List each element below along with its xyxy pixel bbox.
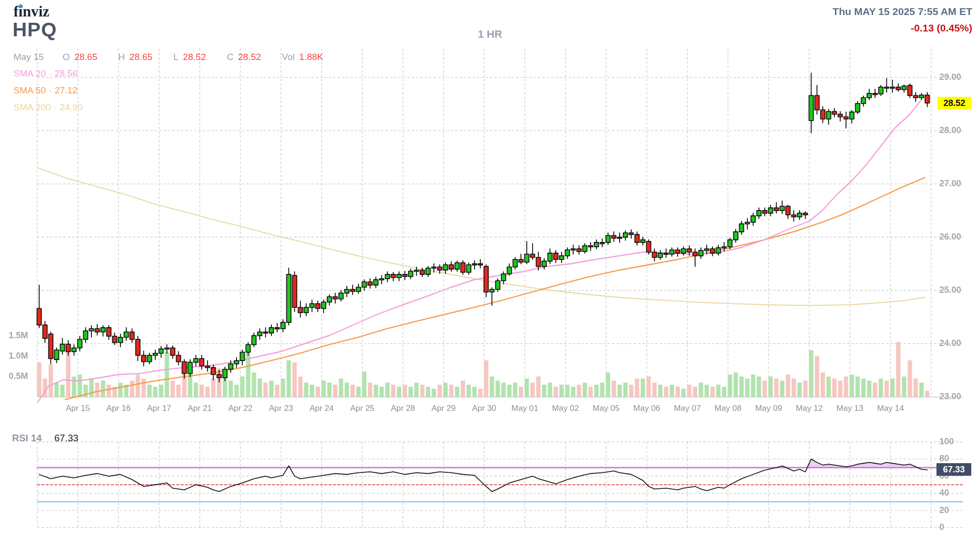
date-tick: May 14 [877, 404, 904, 413]
volume-value: 1.88K [299, 52, 324, 62]
date-tick: Apr 21 [188, 404, 212, 413]
rsi-indicator-label: RSI 14 [12, 433, 42, 443]
date-tick: May 09 [755, 404, 782, 413]
high-value: 28.65 [130, 52, 153, 62]
volume-label: Vol [282, 52, 295, 62]
date-tick: Apr 29 [431, 404, 456, 413]
sma20-label: SMA 20 [14, 68, 46, 78]
date-tick: Apr 22 [228, 404, 252, 413]
date-tick: Apr 17 [147, 404, 171, 413]
finviz-chart-page: { "header": { "logo": "finviz", "ticker"… [0, 0, 980, 544]
finviz-logo[interactable]: fınviz [14, 3, 49, 20]
date-tick: May 12 [796, 404, 823, 413]
date-tick: May 07 [674, 404, 701, 413]
logo-rest: nviz [23, 3, 49, 20]
date-tick: May 13 [836, 404, 863, 413]
sma20-value: 28.56 [55, 68, 78, 78]
sma50-label: SMA 50 [14, 85, 46, 95]
rsi-header: RSI 1467.33 [12, 433, 78, 444]
logo-letter-f: f [14, 3, 18, 20]
date-tick: Apr 28 [391, 404, 415, 413]
sma20-legend: SMA 20·28.56 [14, 68, 77, 79]
rsi-tick: 40 [939, 488, 949, 498]
sma200-legend: SMA 200·24.90 [14, 102, 83, 113]
sma200-separator: · [51, 102, 59, 112]
rsi-tick: 0 [939, 522, 944, 532]
date-tick: May 05 [593, 404, 620, 413]
date-tick: Apr 15 [66, 404, 90, 413]
price-volume-rsi-chart-canvas[interactable] [0, 0, 980, 544]
date-tick: Apr 16 [106, 404, 131, 413]
rsi-tick: 20 [939, 505, 949, 515]
quote-row: May 15 O 28.65 H 28.65 L 28.52 C 28.52 V… [14, 52, 342, 62]
date-tick: May 06 [633, 404, 660, 413]
volume-tick: 1.0M [9, 351, 28, 361]
quote-date: May 15 [14, 52, 44, 62]
low-label: L [173, 52, 178, 62]
sma50-legend: SMA 50·27.12 [14, 85, 77, 96]
sma200-value: 24.90 [59, 102, 83, 112]
datetime-label: Thu MAY 15 2025 7:55 AM ET [832, 6, 972, 17]
low-value: 28.52 [183, 52, 206, 62]
logo-blue-dot-icon [19, 4, 23, 8]
date-tick: May 01 [511, 404, 538, 413]
date-tick: Apr 23 [269, 404, 293, 413]
sma50-value: 27.12 [55, 85, 78, 95]
price-tick: 23.00 [939, 392, 961, 402]
rsi-tick: 80 [939, 453, 949, 464]
open-label: O [63, 52, 70, 62]
volume-tick: 1.5M [9, 331, 28, 341]
rsi-indicator-value: 67.33 [54, 433, 78, 443]
date-tick: Apr 24 [310, 404, 334, 413]
close-value: 28.52 [238, 52, 261, 62]
high-label: H [118, 52, 125, 62]
price-change-label: -0.13 (0.45%) [911, 22, 972, 34]
date-tick: Apr 25 [350, 404, 374, 413]
volume-tick: 0.5M [9, 371, 28, 381]
ticker-symbol: HPQ [13, 18, 57, 41]
rsi-tick: 100 [939, 437, 954, 447]
date-tick: May 02 [552, 404, 579, 413]
price-tick: 27.00 [939, 179, 961, 189]
price-tick: 25.00 [939, 285, 961, 295]
logo-letter-i: ı [18, 3, 23, 20]
price-tick: 24.00 [939, 338, 961, 348]
date-tick: Apr 30 [472, 404, 496, 413]
timeframe-label: 1 HR [478, 28, 502, 41]
sma200-label: SMA 200 [14, 102, 51, 112]
close-label: C [227, 52, 234, 62]
price-tick: 29.00 [939, 72, 961, 82]
sma50-separator: · [46, 85, 55, 95]
sma20-separator: · [46, 68, 55, 78]
date-tick: May 08 [714, 404, 742, 413]
open-value: 28.65 [74, 52, 98, 62]
rsi-value-badge: 67.33 [936, 463, 971, 476]
last-price-badge: 28.52 [937, 97, 971, 109]
price-tick: 26.00 [939, 232, 961, 242]
price-tick: 28.00 [939, 125, 961, 136]
